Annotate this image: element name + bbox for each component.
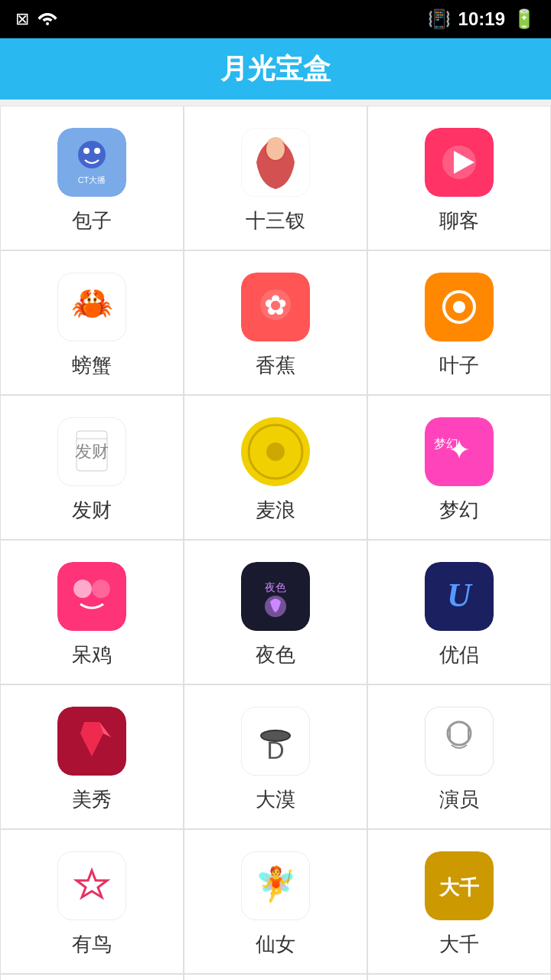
app-grid: CT大播包子十三钗聊客🦀螃蟹✿香蕉叶子发财发财麦浪✦梦幻梦幻呆鸡夜色夜色U优侣美… xyxy=(0,106,551,980)
app-grid-container: CT大播包子十三钗聊客🦀螃蟹✿香蕉叶子发财发财麦浪✦梦幻梦幻呆鸡夜色夜色U优侣美… xyxy=(0,100,551,980)
app-icon-liaoke xyxy=(425,128,494,197)
app-icon-mailang xyxy=(241,417,310,486)
app-label-shisanchai: 十三钗 xyxy=(246,207,305,234)
svg-point-3 xyxy=(83,148,90,154)
app-item-youniao[interactable]: 有鸟 xyxy=(0,829,184,974)
app-item-damo[interactable]: D大漠 xyxy=(184,684,367,829)
app-label-youniao: 有鸟 xyxy=(72,931,112,958)
svg-text:✿: ✿ xyxy=(264,289,287,321)
svg-rect-45 xyxy=(57,851,126,920)
svg-text:🦀: 🦀 xyxy=(71,283,113,323)
battery-icon: 🔋 xyxy=(513,8,536,30)
app-label-mailang: 麦浪 xyxy=(256,497,295,524)
app-item-shisanchai[interactable]: 十三钗 xyxy=(184,106,367,250)
app-item-laohu[interactable]: 老虎 xyxy=(367,974,551,980)
app-icon-shisanchai xyxy=(241,128,310,197)
app-label-daqian: 大千 xyxy=(439,931,479,958)
svg-point-19 xyxy=(453,301,465,313)
app-icon-yese: 夜色 xyxy=(241,562,310,631)
svg-text:梦幻: 梦幻 xyxy=(434,437,458,450)
app-item-meixiu[interactable]: 美秀 xyxy=(0,684,184,829)
status-bar: ⊠ 📳 10:19 🔋 xyxy=(0,0,551,38)
app-icon-yezi xyxy=(425,273,494,341)
app-icon-baozi: CT大播 xyxy=(57,128,126,197)
app-item-liaoke[interactable]: 聊客 xyxy=(367,106,551,250)
svg-rect-43 xyxy=(425,707,494,776)
app-icon-pangxie: 🦀 xyxy=(57,273,126,341)
app-icon-damo: D xyxy=(241,707,310,776)
app-item-facai[interactable]: 发财发财 xyxy=(0,395,184,540)
app-item-mailang[interactable]: 麦浪 xyxy=(184,395,367,540)
app-item-shiting[interactable]: 视听 xyxy=(184,974,367,980)
vibrate-icon: 📳 xyxy=(428,8,451,30)
app-label-chujji: 呆鸡 xyxy=(72,642,112,668)
svg-text:夜色: 夜色 xyxy=(265,581,286,593)
app-label-yanyuan: 演员 xyxy=(439,786,479,813)
app-icon-yanyuan xyxy=(425,707,494,776)
svg-text:🧚: 🧚 xyxy=(255,864,297,904)
app-item-pangxie[interactable]: 🦀螃蟹 xyxy=(0,250,184,395)
app-icon-menghuan: ✦梦幻 xyxy=(425,417,494,486)
app-item-yanyuan[interactable]: 演员 xyxy=(367,684,551,829)
app-icon-xianv: 🧚 xyxy=(241,851,310,920)
status-right-icons: 📳 10:19 🔋 xyxy=(428,8,536,30)
app-icon-facai: 发财 xyxy=(57,417,126,486)
app-header: 月光宝盒 xyxy=(0,38,551,100)
app-label-meixiu: 美秀 xyxy=(72,786,112,813)
app-label-yezi: 叶子 xyxy=(439,352,479,379)
svg-point-32 xyxy=(92,580,110,598)
svg-text:CT大播: CT大播 xyxy=(78,175,106,185)
app-item-youou[interactable]: U优侣 xyxy=(367,540,551,684)
svg-point-8 xyxy=(266,139,285,160)
signal-icon: ⊠ xyxy=(15,9,29,29)
app-item-daqian[interactable]: 大千大千 xyxy=(367,829,551,974)
app-label-liaoke: 聊客 xyxy=(439,207,479,234)
app-label-xiangjiao: 香蕉 xyxy=(256,352,295,379)
page-title: 月光宝盒 xyxy=(220,51,331,88)
app-icon-chujji xyxy=(57,562,126,631)
svg-text:U: U xyxy=(447,577,473,614)
app-icon-meixiu xyxy=(57,707,126,776)
app-label-damo: 大漠 xyxy=(256,786,295,813)
app-item-baozi[interactable]: CT大播包子 xyxy=(0,106,184,250)
app-label-baozi: 包子 xyxy=(72,207,112,234)
svg-point-0 xyxy=(46,22,49,25)
app-item-yese[interactable]: 夜色夜色 xyxy=(184,540,367,684)
app-label-youou: 优侣 xyxy=(439,642,479,668)
app-item-menghuan[interactable]: ✦梦幻梦幻 xyxy=(367,395,551,540)
svg-point-2 xyxy=(78,141,106,168)
app-item-chujji[interactable]: 呆鸡 xyxy=(0,540,184,684)
app-label-menghuan: 梦幻 xyxy=(439,497,479,524)
app-item-xianv[interactable]: 🧚仙女 xyxy=(184,829,367,974)
app-icon-youniao xyxy=(57,851,126,920)
svg-text:发财: 发财 xyxy=(75,442,109,461)
app-icon-xiangjiao: ✿ xyxy=(241,273,310,341)
app-label-xianv: 仙女 xyxy=(256,931,295,958)
app-icon-youou: U xyxy=(425,562,494,631)
svg-text:大千: 大千 xyxy=(439,876,480,899)
status-left-icons: ⊠ xyxy=(15,8,58,30)
svg-rect-30 xyxy=(57,562,126,631)
time-display: 10:19 xyxy=(458,8,505,30)
wifi-icon xyxy=(37,8,58,30)
svg-text:D: D xyxy=(266,737,284,764)
app-item-liangdian[interactable]: 亮点 xyxy=(0,974,184,980)
app-item-yezi[interactable]: 叶子 xyxy=(367,250,551,395)
svg-point-4 xyxy=(94,148,100,154)
svg-point-26 xyxy=(266,443,285,461)
app-label-facai: 发财 xyxy=(72,497,112,524)
svg-point-31 xyxy=(73,580,92,598)
app-item-xiangjiao[interactable]: ✿香蕉 xyxy=(184,250,367,395)
app-icon-daqian: 大千 xyxy=(425,851,494,920)
app-label-yese: 夜色 xyxy=(256,642,295,668)
app-label-pangxie: 螃蟹 xyxy=(72,352,112,379)
